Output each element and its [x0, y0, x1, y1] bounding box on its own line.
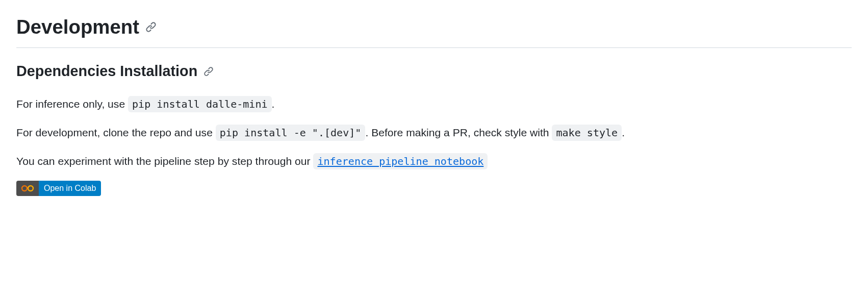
anchor-link-icon[interactable]: [145, 21, 157, 33]
text: .: [272, 98, 275, 110]
svg-point-0: [22, 186, 27, 191]
paragraph-development: For development, clone the repo and use …: [16, 124, 852, 142]
inference-notebook-link[interactable]: inference pipeline notebook: [313, 155, 488, 167]
section-heading-dependencies: Dependencies Installation: [16, 60, 852, 87]
text: For inference only, use: [16, 98, 128, 110]
text: You can experiment with the pipeline ste…: [16, 155, 313, 167]
anchor-link-icon[interactable]: [203, 66, 214, 77]
link-icon: [145, 21, 157, 33]
badge-label: Open in Colab: [39, 181, 101, 196]
code-inline: pip install -e ".[dev]": [216, 125, 366, 141]
heading-text: Development: [16, 12, 139, 42]
text: . Before making a PR, check style with: [365, 127, 552, 138]
link-icon: [203, 66, 214, 77]
text: For development, clone the repo and use: [16, 127, 216, 138]
open-in-colab-badge[interactable]: Open in Colab: [16, 181, 101, 196]
svg-point-1: [28, 186, 33, 191]
paragraph-notebook: You can experiment with the pipeline ste…: [16, 152, 852, 170]
code-inline: pip install dalle-mini: [128, 96, 272, 112]
code-inline: inference pipeline notebook: [313, 153, 488, 169]
colab-icon: [16, 181, 39, 196]
text: .: [622, 127, 625, 138]
code-inline: make style: [552, 125, 622, 141]
badge-container: Open in Colab: [16, 181, 852, 197]
subheading-text: Dependencies Installation: [16, 60, 197, 82]
section-heading-development: Development: [16, 12, 852, 48]
paragraph-inference: For inference only, use pip install dall…: [16, 95, 852, 113]
